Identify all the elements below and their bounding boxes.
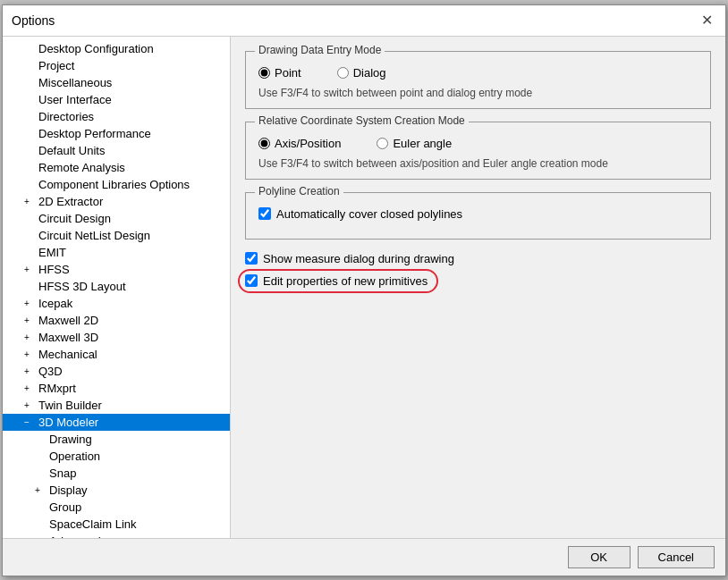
- show-measure-label: Show measure dialog during drawing: [263, 252, 454, 265]
- relative-coord-title: Relative Coordinate System Creation Mode: [255, 114, 469, 127]
- sidebar-item-icepak[interactable]: +Icepak: [3, 295, 230, 312]
- sidebar-item-maxwell-2d[interactable]: +Maxwell 2D: [3, 312, 230, 329]
- ok-button[interactable]: OK: [568, 546, 631, 568]
- euler-angle-radio[interactable]: [377, 138, 388, 149]
- sidebar-item-label-display: Display: [49, 483, 88, 497]
- expand-icon: +: [35, 485, 46, 495]
- dialog-title: Options: [12, 13, 55, 28]
- dialog-radio-label[interactable]: Dialog: [337, 66, 386, 80]
- polyline-checkbox[interactable]: [258, 207, 271, 220]
- dialog-radio[interactable]: [337, 67, 349, 79]
- sidebar-item-label-circuit-netlist: Circuit NetList Design: [38, 229, 150, 242]
- drawing-data-entry-title: Drawing Data Entry Mode: [255, 44, 385, 56]
- main-panel: Drawing Data Entry Mode Point Dialog Use…: [231, 37, 725, 538]
- relative-coord-hint: Use F3/F4 to switch between axis/positio…: [258, 157, 698, 170]
- sidebar-item-label-spaceclaim-link: SpaceClaim Link: [49, 517, 137, 531]
- sidebar-item-label-directories: Directories: [38, 110, 94, 123]
- sidebar-item-component-libraries[interactable]: Component Libraries Options: [3, 176, 230, 193]
- sidebar-item-display[interactable]: +Display: [3, 482, 230, 499]
- sidebar-item-operation[interactable]: Operation: [3, 448, 230, 465]
- sidebar-item-q3d[interactable]: +Q3D: [3, 363, 230, 380]
- sidebar-item-label-drawing: Drawing: [49, 433, 92, 446]
- sidebar-item-user-interface[interactable]: User Interface: [3, 91, 230, 108]
- dialog-footer: OK Cancel: [3, 538, 725, 576]
- sidebar-item-desktop-config[interactable]: Desktop Configuration: [3, 40, 230, 57]
- relative-coord-radio-group: Axis/Position Euler angle: [258, 137, 698, 150]
- sidebar: Desktop ConfigurationProjectMiscellaneou…: [3, 37, 231, 538]
- sidebar-item-hfss-3d[interactable]: HFSS 3D Layout: [3, 278, 230, 295]
- sidebar-item-label-project: Project: [38, 59, 74, 72]
- axis-position-radio-label[interactable]: Axis/Position: [258, 137, 341, 150]
- sidebar-item-label-hfss: HFSS: [38, 263, 70, 276]
- drawing-data-entry-hint: Use F3/F4 to switch between point and di…: [258, 87, 698, 99]
- expand-icon: +: [24, 349, 35, 359]
- sidebar-item-default-units[interactable]: Default Units: [3, 142, 230, 159]
- collapse-icon: −: [24, 417, 35, 427]
- sidebar-item-label-hfss-3d: HFSS 3D Layout: [38, 280, 126, 293]
- edit-properties-row: Edit properties of new primitives: [245, 274, 711, 288]
- sidebar-item-snap[interactable]: Snap: [3, 465, 230, 482]
- sidebar-item-label-default-units: Default Units: [38, 144, 105, 157]
- sidebar-item-label-q3d: Q3D: [38, 365, 63, 378]
- edit-properties-checkbox[interactable]: [245, 274, 258, 287]
- sidebar-item-maxwell-3d[interactable]: +Maxwell 3D: [3, 329, 230, 346]
- sidebar-item-directories[interactable]: Directories: [3, 108, 230, 125]
- sidebar-item-label-maxwell-3d: Maxwell 3D: [38, 331, 98, 344]
- sidebar-item-label-emit: EMIT: [38, 246, 66, 259]
- sidebar-item-rmxprt[interactable]: +RMxprt: [3, 380, 230, 397]
- sidebar-item-project[interactable]: Project: [3, 57, 230, 74]
- sidebar-item-drawing[interactable]: Drawing: [3, 431, 230, 448]
- sidebar-item-label-mechanical: Mechanical: [38, 348, 97, 361]
- sidebar-item-label-group: Group: [49, 500, 81, 514]
- sidebar-item-spaceclaim-link[interactable]: SpaceClaim Link: [3, 516, 230, 533]
- sidebar-item-3d-modeler[interactable]: −3D Modeler: [3, 414, 230, 431]
- close-button[interactable]: ✕: [697, 11, 716, 30]
- sidebar-item-label-remote-analysis: Remote Analysis: [38, 161, 125, 174]
- show-measure-checkbox[interactable]: [245, 252, 258, 265]
- sidebar-item-hfss[interactable]: +HFSS: [3, 261, 230, 278]
- options-dialog: Options ✕ Desktop ConfigurationProjectMi…: [2, 4, 726, 576]
- sidebar-item-label-component-libraries: Component Libraries Options: [38, 178, 190, 191]
- sidebar-item-circuit-netlist[interactable]: Circuit NetList Design: [3, 227, 230, 244]
- euler-angle-radio-label[interactable]: Euler angle: [377, 137, 452, 150]
- sidebar-item-circuit-design[interactable]: Circuit Design: [3, 210, 230, 227]
- sidebar-item-label-miscellaneous: Miscellaneous: [38, 76, 112, 89]
- point-label: Point: [275, 66, 301, 80]
- sidebar-item-label-2d-extractor: 2D Extractor: [38, 195, 103, 208]
- sidebar-item-label-3d-modeler: 3D Modeler: [38, 416, 98, 429]
- title-bar: Options ✕: [3, 5, 725, 37]
- sidebar-item-emit[interactable]: EMIT: [3, 244, 230, 261]
- polyline-creation-section: Polyline Creation Automatically cover cl…: [245, 192, 711, 240]
- sidebar-item-twin-builder[interactable]: +Twin Builder: [3, 397, 230, 414]
- sidebar-item-label-twin-builder: Twin Builder: [38, 399, 102, 412]
- sidebar-item-label-operation: Operation: [49, 450, 100, 463]
- axis-position-radio[interactable]: [258, 138, 270, 149]
- show-measure-row: Show measure dialog during drawing: [245, 252, 711, 265]
- expand-icon: +: [24, 366, 35, 376]
- cancel-button[interactable]: Cancel: [638, 546, 715, 568]
- sidebar-item-label-user-interface: User Interface: [38, 93, 112, 106]
- expand-icon: +: [24, 315, 35, 325]
- polyline-label: Automatically cover closed polylines: [276, 207, 462, 221]
- sidebar-item-label-desktop-performance: Desktop Performance: [38, 127, 151, 140]
- sidebar-item-label-maxwell-2d: Maxwell 2D: [38, 314, 98, 327]
- polyline-creation-title: Polyline Creation: [255, 185, 343, 198]
- expand-icon: +: [24, 332, 35, 342]
- sidebar-item-group[interactable]: Group: [3, 499, 230, 516]
- edit-properties-label: Edit properties of new primitives: [263, 274, 427, 288]
- sidebar-item-label-rmxprt: RMxprt: [38, 382, 76, 395]
- sidebar-item-label-desktop-config: Desktop Configuration: [38, 42, 154, 55]
- sidebar-item-miscellaneous[interactable]: Miscellaneous: [3, 74, 230, 91]
- polyline-checkbox-row: Automatically cover closed polylines: [258, 207, 698, 221]
- sidebar-item-mechanical[interactable]: +Mechanical: [3, 346, 230, 363]
- axis-position-label: Axis/Position: [275, 137, 341, 150]
- sidebar-item-remote-analysis[interactable]: Remote Analysis: [3, 159, 230, 176]
- expand-icon: +: [24, 298, 35, 308]
- relative-coord-section: Relative Coordinate System Creation Mode…: [245, 122, 711, 180]
- sidebar-item-2d-extractor[interactable]: +2D Extractor: [3, 193, 230, 210]
- point-radio[interactable]: [258, 67, 270, 79]
- point-radio-label[interactable]: Point: [258, 66, 301, 80]
- sidebar-item-desktop-performance[interactable]: Desktop Performance: [3, 125, 230, 142]
- sidebar-item-label-snap: Snap: [49, 467, 76, 480]
- drawing-data-entry-section: Drawing Data Entry Mode Point Dialog Use…: [245, 51, 711, 109]
